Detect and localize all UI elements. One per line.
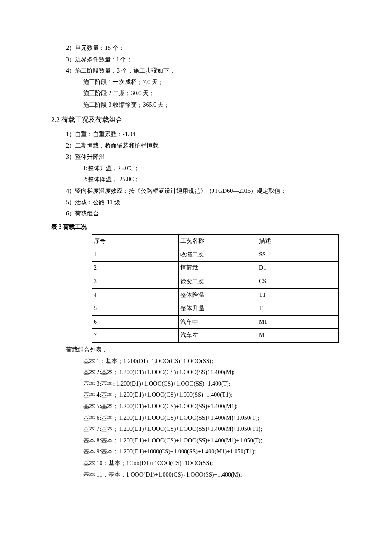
load-self-weight: 1）自重：自重系数：-1.04 xyxy=(66,129,341,140)
table-row: 3徐变二次CS xyxy=(92,275,339,289)
cell: M xyxy=(257,329,338,343)
cell: 汽车中 xyxy=(178,315,257,329)
cell: 3 xyxy=(92,275,179,289)
cell: 1 xyxy=(92,248,179,262)
section-2-2-heading: 2.2 荷载工况及荷载组合 xyxy=(51,113,341,126)
cell: SS xyxy=(257,248,338,262)
combo-1: 基本 1：基本；1.200(D1)+1.OOO(CS)+1.OOO(SS); xyxy=(83,356,341,367)
combo-list-label: 荷载组合列表： xyxy=(66,344,341,356)
construction-stage-count: 4）施工阶段数量：3 个，施工步骤如下： xyxy=(66,65,341,77)
cell: 整体升温 xyxy=(178,302,257,316)
cell: 恒荷载 xyxy=(178,262,257,275)
boundary-count: 3）边界条件数量：I 个； xyxy=(66,54,341,66)
combo-5: 基本 5:基本；1.200(D1)+1.OOO(CS)+1.OOO(SS)+1.… xyxy=(83,401,341,413)
load-temperature-drop: 2:整体降温，-25.0C； xyxy=(83,174,341,186)
cell: CS xyxy=(257,275,338,289)
cell: 收缩二次 xyxy=(178,248,257,262)
combo-7: 基本 7:基本；1.200(D1)+1.OOO(CS)+1.OOO(SS)+1.… xyxy=(83,424,341,435)
combo-9: 基本 9:基本；1.200(D1)+1000(CS)+1.000(SS)+1.4… xyxy=(83,446,341,458)
load-combination: 6）荷载组合 xyxy=(66,208,341,220)
combo-10: 基本 10：基本；1Ooo(D1)+1OOO(CS)+1OOO(SS); xyxy=(83,458,341,469)
cell: 4 xyxy=(92,288,179,302)
cell: T1 xyxy=(257,288,338,302)
cell: 汽车左 xyxy=(178,329,257,343)
table-3-title: 表 3 荷载工况 xyxy=(51,221,341,233)
table-row: 5整体升温T xyxy=(92,302,339,316)
table-row: 7汽车左M xyxy=(92,329,339,343)
table-row: 1收缩二次SS xyxy=(92,248,339,262)
cell: 2 xyxy=(92,262,179,275)
cell: D1 xyxy=(257,262,338,275)
cell: T xyxy=(257,302,338,316)
unit-count: 2）单元数量：15 个； xyxy=(66,43,341,54)
table-header-row: 序号 工况名称 描述 xyxy=(92,235,339,248)
combo-11: 基本 11：基本；1.OOO(D1)+1.000(CS)÷1.OOO(SS)+1… xyxy=(83,469,341,481)
cell: 6 xyxy=(92,315,179,329)
load-case-table: 序号 工况名称 描述 1收缩二次SS 2恒荷载D1 3徐变二次CS 4整体降温T… xyxy=(92,234,339,343)
combo-6: 基本 6:基本；1.200(D1)+1.OOO(CS)+1.OOO(SS)+1.… xyxy=(83,413,341,424)
combo-4: 基本 4:基本；1.200(D1)+1.OOO(CS)+1.000(SS)+1.… xyxy=(83,389,341,401)
load-temperature-rise: 1:整体升温，25.0℃； xyxy=(83,163,341,174)
construction-stage-2: 施工阶段 2:二期；30.0 天； xyxy=(83,88,341,99)
load-live: 5）活载：公路-11 级 xyxy=(66,197,341,209)
cell: 5 xyxy=(92,302,179,316)
load-gradient-temp: 4）竖向梯度温度效应：按《公路桥涵设计通用规范》（JTGD60—2015）规定取… xyxy=(66,186,341,197)
construction-stage-3: 施工阶段 3:收缩徐变；365.0 天； xyxy=(83,99,341,111)
col-header-desc: 描述 xyxy=(257,235,338,248)
construction-stage-1: 施工阶段 1:一次成桥；7.0 天； xyxy=(83,77,341,88)
load-secondary-dead: 2）二期恒载：桥面铺装和护栏恒载 xyxy=(66,140,341,152)
combo-2: 基本 2:基本；1.200(D1)+1.OOO(CS)+1.OOO(SS)÷1.… xyxy=(83,367,341,378)
table-row: 6汽车中M1 xyxy=(92,315,339,329)
combo-8: 基本 8:基本；1.200(D1)+1.OOO(CS)+1.OOO(SS)+1.… xyxy=(83,435,341,447)
cell: 徐变二次 xyxy=(178,275,257,289)
combo-3: 基本 3:基本; 1.200(D1)+1.OOO(CS)+1.OOO(SS)+1… xyxy=(83,378,341,390)
table-row: 4整体降温T1 xyxy=(92,288,339,302)
cell: M1 xyxy=(257,315,338,329)
cell: 7 xyxy=(92,329,179,343)
col-header-index: 序号 xyxy=(92,235,179,248)
cell: 整体降温 xyxy=(178,288,257,302)
col-header-name: 工况名称 xyxy=(178,235,257,248)
load-temperature: 3）整体升降温 xyxy=(66,151,341,163)
table-row: 2恒荷载D1 xyxy=(92,262,339,275)
